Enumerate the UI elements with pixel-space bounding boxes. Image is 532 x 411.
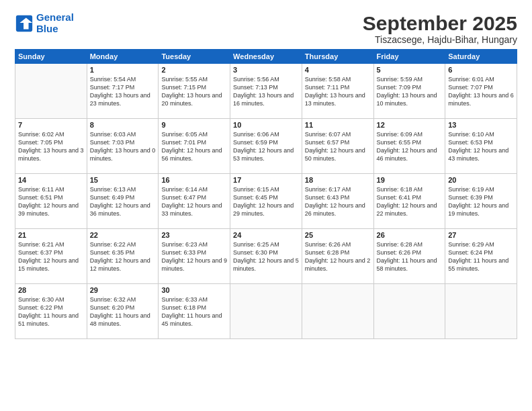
- header: General Blue September 2025 Tiszacsege, …: [15, 12, 517, 45]
- location-title: Tiszacsege, Hajdu-Bihar, Hungary: [363, 34, 517, 45]
- col-tuesday: Tuesday: [159, 50, 230, 64]
- table-row: 17Sunrise: 6:15 AM Sunset: 6:45 PM Dayli…: [230, 174, 302, 229]
- logo: General Blue: [15, 12, 74, 34]
- day-info: Sunrise: 6:03 AM Sunset: 7:03 PM Dayligh…: [90, 130, 156, 163]
- day-info: Sunrise: 6:06 AM Sunset: 6:59 PM Dayligh…: [233, 130, 299, 163]
- table-row: 20Sunrise: 6:19 AM Sunset: 6:39 PM Dayli…: [445, 174, 517, 229]
- table-row: [445, 284, 517, 339]
- day-info: Sunrise: 5:55 AM Sunset: 7:15 PM Dayligh…: [161, 75, 227, 108]
- day-number: 21: [18, 231, 84, 239]
- day-number: 1: [90, 66, 156, 74]
- col-sunday: Sunday: [15, 50, 87, 64]
- day-info: Sunrise: 6:15 AM Sunset: 6:45 PM Dayligh…: [233, 185, 299, 218]
- logo-text: General Blue: [36, 12, 74, 34]
- day-info: Sunrise: 6:25 AM Sunset: 6:30 PM Dayligh…: [233, 240, 299, 273]
- table-row: 13Sunrise: 6:10 AM Sunset: 6:53 PM Dayli…: [445, 119, 517, 174]
- col-friday: Friday: [373, 50, 445, 64]
- col-monday: Monday: [87, 50, 159, 64]
- calendar-table: Sunday Monday Tuesday Wednesday Thursday…: [15, 49, 517, 339]
- col-saturday: Saturday: [445, 50, 517, 64]
- day-number: 25: [305, 231, 371, 239]
- table-row: 1Sunrise: 5:54 AM Sunset: 7:17 PM Daylig…: [87, 64, 159, 119]
- day-number: 16: [161, 176, 227, 184]
- table-row: [230, 284, 302, 339]
- table-row: 26Sunrise: 6:28 AM Sunset: 6:26 PM Dayli…: [373, 229, 445, 284]
- day-number: 8: [90, 121, 156, 129]
- day-number: 13: [448, 121, 514, 129]
- day-info: Sunrise: 6:14 AM Sunset: 6:47 PM Dayligh…: [161, 185, 227, 218]
- table-row: 16Sunrise: 6:14 AM Sunset: 6:47 PM Dayli…: [159, 174, 230, 229]
- day-number: 9: [161, 121, 227, 129]
- table-row: 24Sunrise: 6:25 AM Sunset: 6:30 PM Dayli…: [230, 229, 302, 284]
- day-number: 7: [18, 121, 84, 129]
- day-info: Sunrise: 6:26 AM Sunset: 6:28 PM Dayligh…: [305, 240, 371, 273]
- day-number: 14: [18, 176, 84, 184]
- table-row: 5Sunrise: 5:59 AM Sunset: 7:09 PM Daylig…: [373, 64, 445, 119]
- table-row: 28Sunrise: 6:30 AM Sunset: 6:22 PM Dayli…: [15, 284, 87, 339]
- table-row: 21Sunrise: 6:21 AM Sunset: 6:37 PM Dayli…: [15, 229, 87, 284]
- table-row: [302, 284, 373, 339]
- day-number: 5: [377, 66, 443, 74]
- day-info: Sunrise: 6:30 AM Sunset: 6:22 PM Dayligh…: [18, 295, 84, 328]
- day-info: Sunrise: 6:21 AM Sunset: 6:37 PM Dayligh…: [18, 240, 84, 273]
- day-info: Sunrise: 6:17 AM Sunset: 6:43 PM Dayligh…: [305, 185, 371, 218]
- month-title: September 2025: [363, 12, 517, 34]
- logo-icon: [15, 14, 34, 33]
- day-info: Sunrise: 6:22 AM Sunset: 6:35 PM Dayligh…: [90, 240, 156, 273]
- table-row: 15Sunrise: 6:13 AM Sunset: 6:49 PM Dayli…: [87, 174, 159, 229]
- day-number: 23: [161, 231, 227, 239]
- table-row: 25Sunrise: 6:26 AM Sunset: 6:28 PM Dayli…: [302, 229, 373, 284]
- day-info: Sunrise: 6:11 AM Sunset: 6:51 PM Dayligh…: [18, 185, 84, 218]
- day-info: Sunrise: 6:23 AM Sunset: 6:33 PM Dayligh…: [161, 240, 227, 273]
- page: General Blue September 2025 Tiszacsege, …: [0, 0, 532, 411]
- table-row: 23Sunrise: 6:23 AM Sunset: 6:33 PM Dayli…: [159, 229, 230, 284]
- day-number: 26: [377, 231, 443, 239]
- day-number: 30: [161, 286, 227, 294]
- table-row: 29Sunrise: 6:32 AM Sunset: 6:20 PM Dayli…: [87, 284, 159, 339]
- calendar-week-row: 21Sunrise: 6:21 AM Sunset: 6:37 PM Dayli…: [15, 229, 517, 284]
- day-number: 18: [305, 176, 371, 184]
- day-info: Sunrise: 6:28 AM Sunset: 6:26 PM Dayligh…: [377, 240, 443, 273]
- day-number: 12: [377, 121, 443, 129]
- day-number: 6: [448, 66, 514, 74]
- day-info: Sunrise: 6:19 AM Sunset: 6:39 PM Dayligh…: [448, 185, 514, 218]
- col-wednesday: Wednesday: [230, 50, 302, 64]
- table-row: 11Sunrise: 6:07 AM Sunset: 6:57 PM Dayli…: [302, 119, 373, 174]
- day-number: 2: [161, 66, 227, 74]
- calendar-week-row: 14Sunrise: 6:11 AM Sunset: 6:51 PM Dayli…: [15, 174, 517, 229]
- day-info: Sunrise: 5:59 AM Sunset: 7:09 PM Dayligh…: [377, 75, 443, 108]
- table-row: 7Sunrise: 6:02 AM Sunset: 7:05 PM Daylig…: [15, 119, 87, 174]
- day-number: 17: [233, 176, 299, 184]
- table-row: 6Sunrise: 6:01 AM Sunset: 7:07 PM Daylig…: [445, 64, 517, 119]
- logo-line2: Blue: [36, 23, 58, 34]
- table-row: 4Sunrise: 5:58 AM Sunset: 7:11 PM Daylig…: [302, 64, 373, 119]
- day-number: 19: [377, 176, 443, 184]
- day-number: 10: [233, 121, 299, 129]
- day-info: Sunrise: 6:13 AM Sunset: 6:49 PM Dayligh…: [90, 185, 156, 218]
- day-info: Sunrise: 6:09 AM Sunset: 6:55 PM Dayligh…: [377, 130, 443, 163]
- table-row: 8Sunrise: 6:03 AM Sunset: 7:03 PM Daylig…: [87, 119, 159, 174]
- day-info: Sunrise: 6:29 AM Sunset: 6:24 PM Dayligh…: [448, 240, 514, 273]
- day-number: 20: [448, 176, 514, 184]
- table-row: 22Sunrise: 6:22 AM Sunset: 6:35 PM Dayli…: [87, 229, 159, 284]
- table-row: [15, 64, 87, 119]
- day-number: 22: [90, 231, 156, 239]
- table-row: 3Sunrise: 5:56 AM Sunset: 7:13 PM Daylig…: [230, 64, 302, 119]
- day-info: Sunrise: 6:05 AM Sunset: 7:01 PM Dayligh…: [161, 130, 227, 163]
- day-info: Sunrise: 5:58 AM Sunset: 7:11 PM Dayligh…: [305, 75, 371, 108]
- day-info: Sunrise: 6:33 AM Sunset: 6:18 PM Dayligh…: [161, 295, 227, 328]
- day-info: Sunrise: 6:01 AM Sunset: 7:07 PM Dayligh…: [448, 75, 514, 108]
- table-row: 19Sunrise: 6:18 AM Sunset: 6:41 PM Dayli…: [373, 174, 445, 229]
- day-number: 15: [90, 176, 156, 184]
- day-info: Sunrise: 6:18 AM Sunset: 6:41 PM Dayligh…: [377, 185, 443, 218]
- calendar-header-row: Sunday Monday Tuesday Wednesday Thursday…: [15, 50, 517, 64]
- calendar-week-row: 1Sunrise: 5:54 AM Sunset: 7:17 PM Daylig…: [15, 64, 517, 119]
- table-row: 12Sunrise: 6:09 AM Sunset: 6:55 PM Dayli…: [373, 119, 445, 174]
- table-row: 18Sunrise: 6:17 AM Sunset: 6:43 PM Dayli…: [302, 174, 373, 229]
- day-info: Sunrise: 6:32 AM Sunset: 6:20 PM Dayligh…: [90, 295, 156, 328]
- table-row: 2Sunrise: 5:55 AM Sunset: 7:15 PM Daylig…: [159, 64, 230, 119]
- table-row: 27Sunrise: 6:29 AM Sunset: 6:24 PM Dayli…: [445, 229, 517, 284]
- table-row: 14Sunrise: 6:11 AM Sunset: 6:51 PM Dayli…: [15, 174, 87, 229]
- day-number: 4: [305, 66, 371, 74]
- day-number: 29: [90, 286, 156, 294]
